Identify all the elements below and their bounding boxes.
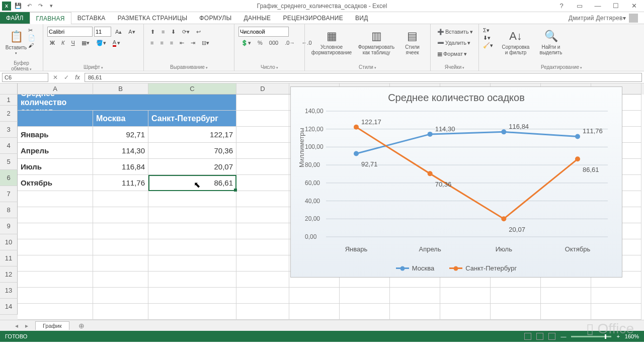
cell[interactable]: Москва: [93, 111, 148, 127]
maximize-icon[interactable]: ☐: [609, 2, 623, 10]
align-left-icon[interactable]: ≡: [148, 38, 156, 47]
close-icon[interactable]: ✕: [627, 2, 641, 10]
cell[interactable]: [236, 288, 289, 304]
cell[interactable]: [93, 223, 148, 239]
col-header[interactable]: D: [236, 83, 289, 95]
cell[interactable]: [18, 223, 93, 239]
redo-icon[interactable]: ↷: [36, 2, 44, 10]
cell[interactable]: [236, 255, 289, 272]
cell[interactable]: [236, 207, 289, 223]
view-pagebreak-icon[interactable]: [548, 333, 555, 340]
cell[interactable]: [340, 288, 390, 304]
cell[interactable]: [340, 304, 390, 320]
tab-insert[interactable]: ВСТАВКА: [71, 12, 112, 24]
minimize-icon[interactable]: —: [591, 2, 605, 10]
row-header[interactable]: 2: [0, 106, 18, 122]
cell[interactable]: [440, 304, 491, 320]
increase-font-icon[interactable]: A▴: [113, 27, 124, 37]
align-center-icon[interactable]: ≡: [157, 38, 166, 47]
cell[interactable]: [236, 223, 289, 239]
cell[interactable]: [148, 223, 236, 239]
find-select-button[interactable]: 🔍Найти и выделить: [533, 26, 569, 59]
cell[interactable]: [93, 255, 148, 272]
cell[interactable]: [93, 191, 148, 207]
border-icon[interactable]: ▦▾: [79, 38, 92, 48]
name-box[interactable]: C6: [2, 73, 48, 82]
align-bottom-icon[interactable]: ⬇: [169, 27, 178, 37]
orientation-icon[interactable]: ⟳▾: [180, 27, 192, 37]
col-header[interactable]: A: [18, 83, 93, 95]
tab-review[interactable]: РЕЦЕНЗИРОВАНИЕ: [277, 12, 349, 24]
cell[interactable]: [236, 127, 289, 143]
underline-button[interactable]: Ч: [68, 38, 77, 47]
cell[interactable]: 114,30: [93, 143, 148, 159]
cell[interactable]: 92,71: [93, 127, 148, 143]
cell[interactable]: 86,61: [148, 175, 236, 191]
cell[interactable]: [18, 288, 93, 304]
row-header[interactable]: 14: [0, 299, 18, 315]
sort-filter-button[interactable]: A↓Сортировка и фильтр: [498, 26, 533, 59]
cell[interactable]: Октябрь: [18, 175, 93, 191]
row-header[interactable]: 1: [0, 95, 18, 106]
cell[interactable]: [236, 191, 289, 207]
cell[interactable]: [236, 111, 289, 127]
view-normal-icon[interactable]: [524, 333, 531, 340]
row-header[interactable]: 5: [0, 154, 18, 170]
conditional-format-button[interactable]: ▦Условное форматирование: [309, 26, 354, 59]
sheet-nav-next-icon[interactable]: ▸: [25, 322, 28, 329]
copy-icon[interactable]: 📄: [28, 35, 35, 41]
cell[interactable]: [93, 272, 148, 288]
row-header[interactable]: 9: [0, 218, 18, 234]
align-middle-icon[interactable]: ≡: [159, 27, 167, 36]
fill-icon[interactable]: ⬇▾: [483, 35, 498, 41]
cell[interactable]: [148, 207, 236, 223]
cell[interactable]: Апрель: [18, 143, 93, 159]
row-header[interactable]: 13: [0, 283, 18, 299]
align-right-icon[interactable]: ≡: [168, 38, 176, 47]
qat-customize-icon[interactable]: ▾: [47, 2, 55, 10]
autosum-icon[interactable]: Σ▾: [483, 27, 498, 34]
cell[interactable]: 122,17: [148, 127, 236, 143]
row-header[interactable]: 4: [0, 138, 18, 154]
enter-icon[interactable]: ✓: [62, 74, 70, 81]
help-icon[interactable]: ?: [554, 2, 569, 10]
cell[interactable]: [18, 111, 93, 127]
percent-icon[interactable]: %: [255, 38, 265, 47]
col-header[interactable]: C: [148, 83, 236, 95]
fx-icon[interactable]: fx: [73, 74, 82, 81]
undo-icon[interactable]: ↶: [25, 2, 33, 10]
tab-file[interactable]: ФАЙЛ: [0, 12, 30, 24]
row-header[interactable]: 7: [0, 186, 18, 202]
font-size[interactable]: [94, 27, 111, 37]
tab-formulas[interactable]: ФОРМУЛЫ: [193, 12, 237, 24]
cell[interactable]: [236, 159, 289, 175]
increase-indent-icon[interactable]: ⇥: [188, 38, 198, 48]
cell[interactable]: [148, 239, 236, 255]
cell[interactable]: [440, 288, 491, 304]
cell[interactable]: [591, 304, 641, 320]
cell[interactable]: [591, 288, 641, 304]
cell[interactable]: Среднее количество осадков: [18, 95, 93, 111]
format-cells-button[interactable]: ▦ Формат▾: [435, 49, 469, 59]
cell[interactable]: [148, 288, 236, 304]
tab-home[interactable]: ГЛАВНАЯ: [30, 12, 71, 24]
cell[interactable]: [491, 288, 541, 304]
save-icon[interactable]: 💾: [14, 2, 22, 10]
decrease-font-icon[interactable]: A▾: [126, 27, 137, 37]
col-header[interactable]: B: [93, 83, 148, 95]
cell[interactable]: [491, 304, 541, 320]
fill-color-icon[interactable]: 🪣▾: [94, 38, 109, 48]
format-painter-icon[interactable]: 🖌: [28, 42, 35, 48]
decrease-indent-icon[interactable]: ⇤: [177, 38, 187, 48]
tab-data[interactable]: ДАННЫЕ: [237, 12, 277, 24]
cell[interactable]: [236, 304, 289, 320]
legend-series-1[interactable]: Москва: [396, 264, 434, 272]
cell[interactable]: [18, 272, 93, 288]
cell[interactable]: [148, 191, 236, 207]
cell[interactable]: [236, 175, 289, 191]
row-header[interactable]: 3: [0, 122, 18, 138]
font-name[interactable]: [47, 27, 93, 37]
cell[interactable]: [148, 304, 236, 320]
bold-button[interactable]: Ж: [47, 38, 57, 47]
cell[interactable]: [148, 272, 236, 288]
